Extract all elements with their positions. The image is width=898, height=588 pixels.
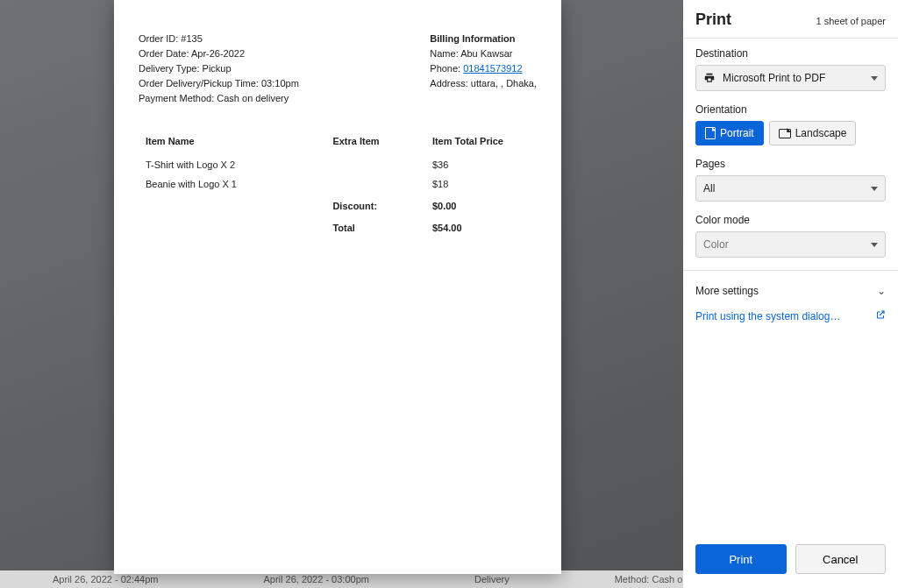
col-item-total: Item Total Price xyxy=(425,131,537,155)
order-id-label: Order ID: xyxy=(139,33,178,44)
col-item-name: Item Name xyxy=(139,131,325,155)
print-button[interactable]: Print xyxy=(695,544,787,574)
table-row: T-Shirt with Logo X 2 $36 xyxy=(139,155,537,174)
order-info-block: Order ID: #135 Order Date: Apr-26-2022 D… xyxy=(139,32,299,106)
billing-info-block: Billing Information Name: Abu Kawsar Pho… xyxy=(430,32,537,106)
section-divider xyxy=(683,270,898,271)
billing-address-value: uttara, , Dhaka, xyxy=(471,78,537,89)
print-title: Print xyxy=(695,11,731,29)
sheet-count: 1 sheet of paper xyxy=(816,16,886,26)
external-link-icon xyxy=(875,309,886,322)
sidebar-header: Print 1 sheet of paper xyxy=(683,0,898,39)
billing-address-label: Address: xyxy=(430,78,467,89)
destination-select[interactable]: Microsoft Print to PDF xyxy=(695,65,886,91)
summary-row-total: Total $54.00 xyxy=(139,216,537,237)
summary-row-discount: Discount: $0.00 xyxy=(139,194,537,216)
print-preview-area: Order ID: #135 Order Date: Apr-26-2022 D… xyxy=(0,0,683,588)
discount-label: Discount: xyxy=(325,194,425,216)
landscape-icon xyxy=(779,129,791,138)
color-mode-section: Color mode Color xyxy=(695,214,886,258)
portrait-icon xyxy=(705,127,716,139)
billing-phone-label: Phone: xyxy=(430,63,460,74)
payment-method-label: Payment Method: xyxy=(139,93,214,103)
chevron-down-icon: ⌄ xyxy=(877,285,886,297)
delivery-type-value: Pickup xyxy=(203,63,232,74)
cell-price: $18 xyxy=(425,174,537,194)
chevron-down-icon xyxy=(871,243,878,247)
discount-value: $0.00 xyxy=(425,194,537,216)
color-mode-select: Color xyxy=(695,231,886,258)
payment-method-value: Cash on delivery xyxy=(217,93,289,103)
billing-heading: Billing Information xyxy=(430,33,515,44)
col-extra-item: Extra Item xyxy=(325,131,425,155)
destination-section: Destination Microsoft Print to PDF xyxy=(695,47,886,91)
delivery-time-label: Order Delivery/Pickup Time: xyxy=(139,78,259,89)
total-label: Total xyxy=(325,216,425,237)
print-sidebar: Print 1 sheet of paper Destination Micro… xyxy=(683,0,898,588)
chevron-down-icon xyxy=(871,187,878,191)
pages-section: Pages All xyxy=(695,158,886,202)
orientation-section: Orientation Portrait Landscape xyxy=(695,103,886,145)
preview-page: Order ID: #135 Order Date: Apr-26-2022 D… xyxy=(114,0,561,574)
cell-extra xyxy=(325,155,425,174)
items-table: Item Name Extra Item Item Total Price T-… xyxy=(139,131,537,237)
orientation-portrait-button[interactable]: Portrait xyxy=(695,121,764,145)
color-mode-label: Color mode xyxy=(695,214,886,226)
destination-label: Destination xyxy=(695,47,886,60)
billing-name-value: Abu Kawsar xyxy=(460,48,512,59)
cell-extra xyxy=(325,174,425,194)
printer-icon xyxy=(703,72,716,84)
color-mode-value: Color xyxy=(703,238,729,251)
more-settings-toggle[interactable]: More settings ⌄ xyxy=(695,281,886,309)
system-dialog-link[interactable]: Print using the system dialog… xyxy=(695,310,840,322)
total-value: $54.00 xyxy=(425,216,537,237)
orientation-label: Orientation xyxy=(695,103,886,116)
cancel-button[interactable]: Cancel xyxy=(795,544,887,574)
destination-value: Microsoft Print to PDF xyxy=(723,72,825,84)
system-dialog-row: Print using the system dialog… xyxy=(695,309,886,322)
pages-select[interactable]: All xyxy=(695,175,886,202)
orientation-landscape-button[interactable]: Landscape xyxy=(769,121,857,145)
table-row: Beanie with Logo X 1 $18 xyxy=(139,174,537,194)
more-settings-label: More settings xyxy=(695,285,759,297)
cell-price: $36 xyxy=(425,155,537,174)
landscape-label: Landscape xyxy=(795,127,847,139)
delivery-type-label: Delivery Type: xyxy=(139,63,200,74)
billing-phone-link[interactable]: 01841573912 xyxy=(463,63,522,74)
cell-item: Beanie with Logo X 1 xyxy=(139,174,325,194)
pages-label: Pages xyxy=(695,158,886,170)
pages-value: All xyxy=(703,182,715,195)
invoice-header: Order ID: #135 Order Date: Apr-26-2022 D… xyxy=(139,32,537,106)
billing-name-label: Name: xyxy=(430,48,458,59)
sidebar-footer: Print Cancel xyxy=(683,535,898,588)
cell-item: T-Shirt with Logo X 2 xyxy=(139,155,325,174)
order-date-label: Order Date: xyxy=(139,48,189,59)
order-id-value: #135 xyxy=(181,33,202,44)
chevron-down-icon xyxy=(871,76,878,81)
delivery-time-value: 03:10pm xyxy=(261,78,299,89)
order-date-value: Apr-26-2022 xyxy=(191,48,245,59)
portrait-label: Portrait xyxy=(720,127,754,139)
